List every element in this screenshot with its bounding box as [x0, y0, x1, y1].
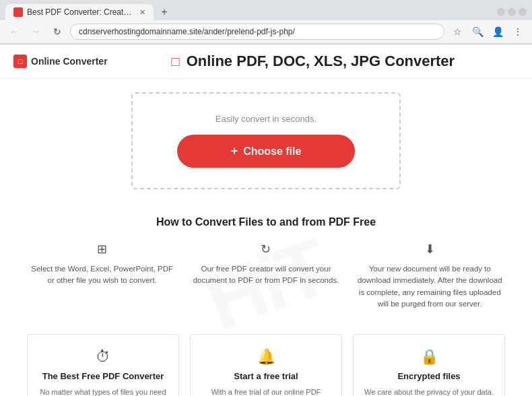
site-header: □ Online Converter □ Online PDF, DOC, XL…: [0, 44, 532, 79]
title-pdf-icon: □: [171, 54, 179, 69]
features-section: ⏱ The Best Free PDF Converter No matter …: [0, 323, 532, 396]
feature-2-title: Encrypted files: [397, 371, 460, 381]
feature-card-1: 🔔 Start a free trial With a free trial o…: [190, 334, 342, 396]
address-bar[interactable]: cdnserverhostingdomainname.site/ander/pr…: [70, 24, 444, 40]
upload-box: Easily convert in seconds. + Choose file: [131, 92, 401, 189]
step-2-text: Our free PDF creator will convert your d…: [191, 263, 341, 287]
page-content: HiT □ Online Converter □ Online PDF, DOC…: [0, 44, 532, 396]
window-close-icon[interactable]: [519, 8, 527, 16]
upload-subtitle: Easily convert in seconds.: [215, 114, 317, 124]
feature-card-0: ⏱ The Best Free PDF Converter No matter …: [27, 334, 179, 396]
feature-2-icon: 🔒: [420, 348, 438, 366]
window-maximize-icon[interactable]: [508, 8, 516, 16]
logo-text: Online Converter: [31, 56, 108, 67]
tab-title: Best PDF Converter: Create, Conv...: [27, 7, 135, 17]
feature-0-text: No matter what types of files you need t…: [38, 387, 168, 396]
account-icon[interactable]: 👤: [489, 23, 506, 40]
step-2-icon: ↻: [261, 242, 271, 257]
step-1: ⊞ Select the Word, Excel, PowerPoint, PD…: [27, 242, 177, 310]
feature-1-icon: 🔔: [257, 348, 275, 366]
window-minimize-icon[interactable]: [497, 8, 505, 16]
choose-file-label: Choose file: [243, 145, 301, 158]
url-text: cdnserverhostingdomainname.site/ander/pr…: [79, 27, 295, 36]
refresh-button[interactable]: ↻: [48, 23, 66, 40]
upload-section: Easily convert in seconds. + Choose file: [0, 79, 532, 203]
feature-1-title: Start a free trial: [234, 371, 298, 381]
step-3-icon: ⬇: [425, 242, 435, 257]
plus-icon: +: [231, 144, 238, 158]
feature-card-2: 🔒 Encrypted files We care about the priv…: [353, 334, 505, 396]
how-to-section: How to Convert Files to and from PDF Fre…: [0, 203, 532, 323]
forward-button[interactable]: →: [27, 23, 44, 40]
step-1-icon: ⊞: [97, 242, 107, 257]
steps-grid: ⊞ Select the Word, Excel, PowerPoint, PD…: [27, 242, 505, 310]
logo: □ Online Converter: [13, 55, 108, 68]
back-button[interactable]: ←: [5, 23, 23, 40]
feature-1-text: With a free trial of our online PDF conv…: [201, 387, 331, 396]
tab-favicon: [13, 7, 23, 17]
browser-tab[interactable]: Best PDF Converter: Create, Conv... ✕: [5, 4, 154, 20]
features-grid: ⏱ The Best Free PDF Converter No matter …: [27, 334, 505, 396]
how-to-title: How to Convert Files to and from PDF Fre…: [27, 216, 505, 228]
feature-0-icon: ⏱: [96, 348, 110, 366]
bookmark-icon[interactable]: ☆: [448, 23, 466, 40]
site-title: □ Online PDF, DOC, XLS, JPG Converter: [108, 53, 519, 70]
title-text: Online PDF, DOC, XLS, JPG Converter: [187, 53, 455, 69]
step-3: ⬇ Your new document will be ready to dow…: [355, 242, 505, 310]
search-icon[interactable]: 🔍: [469, 23, 486, 40]
tab-close-icon[interactable]: ✕: [139, 8, 145, 17]
browser-chrome: Best PDF Converter: Create, Conv... ✕ + …: [0, 0, 532, 44]
logo-icon: □: [13, 55, 27, 68]
choose-file-button[interactable]: + Choose file: [177, 135, 356, 168]
feature-2-text: We care about the privacy of your data. …: [364, 387, 494, 396]
feature-0-title: The Best Free PDF Converter: [42, 371, 164, 381]
step-2: ↻ Our free PDF creator will convert your…: [191, 242, 341, 310]
step-3-text: Your new document will be ready to downl…: [355, 263, 505, 310]
menu-icon[interactable]: ⋮: [509, 23, 527, 40]
step-1-text: Select the Word, Excel, PowerPoint, PDF …: [27, 263, 177, 287]
new-tab-button[interactable]: +: [156, 4, 172, 20]
